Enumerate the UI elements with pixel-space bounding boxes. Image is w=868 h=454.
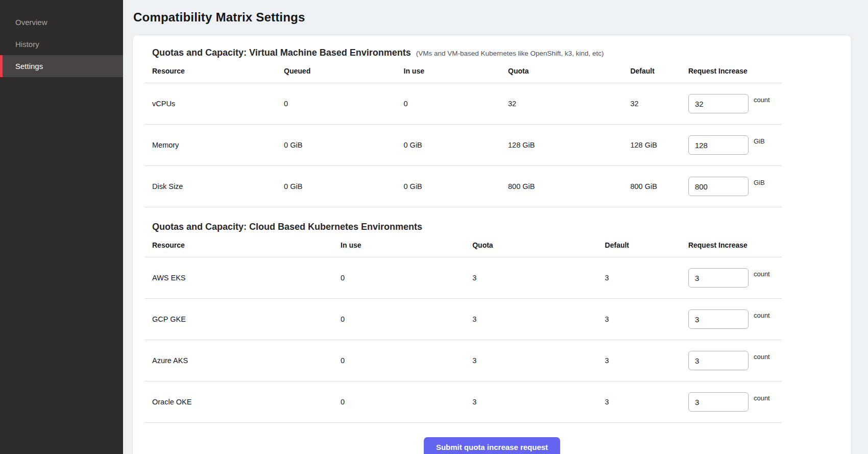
cell-in-use: 0 GiB	[402, 125, 507, 166]
column-header-request-increase: Request Increase	[686, 232, 782, 257]
azure-aks-request-input[interactable]	[688, 351, 749, 370]
cell-request-increase: count	[686, 340, 782, 381]
cloud-quota-table: Resource In use Quota Default Request In…	[145, 232, 782, 423]
submit-quota-increase-button[interactable]: Submit quota increase request	[424, 437, 560, 454]
cloud-header-row: Resource In use Quota Default Request In…	[145, 232, 782, 257]
cloud-section-header: Quotas and Capacity: Cloud Based Kuberne…	[145, 222, 839, 232]
sidebar-nav: Overview History Settings	[0, 11, 123, 77]
unit-label: count	[754, 270, 770, 278]
vm-header-row: Resource Queued In use Quota Default Req…	[145, 58, 782, 83]
cell-in-use: 0	[339, 257, 470, 299]
cell-request-increase: count	[686, 257, 782, 299]
cell-in-use: 0	[339, 381, 470, 423]
column-header-in-use: In use	[402, 58, 507, 83]
cell-quota: 800 GiB	[506, 166, 628, 207]
unit-label: GiB	[754, 137, 765, 145]
table-row-gcp-gke: GCP GKE 0 3 3 count	[145, 299, 782, 340]
resource-name: Azure AKS	[145, 340, 339, 381]
column-header-default: Default	[628, 58, 686, 83]
cell-request-increase: count	[686, 381, 782, 423]
unit-label: count	[754, 394, 770, 402]
resource-name: GCP GKE	[145, 299, 339, 340]
cell-quota: 3	[470, 257, 602, 299]
cloud-section-title: Quotas and Capacity: Cloud Based Kuberne…	[152, 222, 422, 232]
cell-queued: 0 GiB	[282, 125, 401, 166]
table-row-disk-size: Disk Size 0 GiB 0 GiB 800 GiB 800 GiB Gi…	[145, 166, 782, 207]
table-row-memory: Memory 0 GiB 0 GiB 128 GiB 128 GiB GiB	[145, 125, 782, 166]
cell-in-use: 0	[339, 299, 470, 340]
unit-label: count	[754, 312, 770, 319]
cell-queued: 0	[282, 83, 401, 125]
request-input-group: count	[688, 351, 780, 370]
vm-table-wrap: Resource Queued In use Quota Default Req…	[145, 58, 839, 207]
cell-default: 3	[603, 340, 686, 381]
gcp-gke-request-input[interactable]	[688, 309, 749, 329]
cell-quota: 128 GiB	[506, 125, 628, 166]
unit-label: GiB	[754, 179, 765, 186]
cell-quota: 3	[470, 299, 602, 340]
memory-request-input[interactable]	[688, 135, 749, 155]
sidebar-item-settings[interactable]: Settings	[0, 55, 123, 77]
request-input-group: count	[688, 392, 780, 412]
submit-button-row: Submit quota increase request	[145, 437, 839, 454]
vm-section-header: Quotas and Capacity: Virtual Machine Bas…	[145, 47, 839, 58]
cell-queued: 0 GiB	[282, 166, 401, 207]
column-header-queued: Queued	[282, 58, 401, 83]
main-content: Compatibility Matrix Settings Quotas and…	[123, 0, 868, 454]
vm-section-subtitle: (VMs and VM-based Kubernetes like OpenSh…	[416, 50, 604, 57]
column-header-quota: Quota	[470, 232, 602, 257]
unit-label: count	[754, 353, 770, 361]
resource-name: AWS EKS	[145, 257, 339, 299]
cell-request-increase: GiB	[686, 166, 782, 207]
table-row-aws-eks: AWS EKS 0 3 3 count	[145, 257, 782, 299]
cell-quota: 3	[470, 340, 602, 381]
request-input-group: GiB	[688, 135, 780, 155]
cell-default: 800 GiB	[628, 166, 686, 207]
cell-in-use: 0 GiB	[402, 166, 507, 207]
column-header-default: Default	[603, 232, 686, 257]
table-row-oracle-oke: Oracle OKE 0 3 3 count	[145, 381, 782, 423]
resource-name: Disk Size	[145, 166, 282, 207]
cell-in-use: 0	[339, 340, 470, 381]
vcpus-request-input[interactable]	[688, 94, 749, 113]
vm-quota-table: Resource Queued In use Quota Default Req…	[145, 58, 782, 207]
cell-default: 3	[603, 257, 686, 299]
resource-name: Memory	[145, 125, 282, 166]
cell-quota: 3	[470, 381, 602, 423]
cell-default: 3	[603, 381, 686, 423]
request-input-group: GiB	[688, 177, 780, 196]
table-row-azure-aks: Azure AKS 0 3 3 count	[145, 340, 782, 381]
request-input-group: count	[688, 309, 780, 329]
cell-default: 3	[603, 299, 686, 340]
sidebar: Overview History Settings	[0, 0, 123, 454]
disk-size-request-input[interactable]	[688, 177, 749, 196]
page-title: Compatibility Matrix Settings	[133, 10, 852, 25]
app-root: Overview History Settings Compatibility …	[0, 0, 868, 454]
column-header-request-increase: Request Increase	[686, 58, 782, 83]
sidebar-item-overview[interactable]: Overview	[0, 11, 123, 33]
column-header-in-use: In use	[339, 232, 470, 257]
sidebar-item-history[interactable]: History	[0, 33, 123, 55]
resource-name: Oracle OKE	[145, 381, 339, 423]
cloud-table-wrap: Resource In use Quota Default Request In…	[145, 232, 839, 423]
column-header-resource: Resource	[145, 58, 282, 83]
column-header-resource: Resource	[145, 232, 339, 257]
table-row-vcpus: vCPUs 0 0 32 32 count	[145, 83, 782, 125]
request-input-group: count	[688, 94, 780, 113]
cell-in-use: 0	[402, 83, 507, 125]
oracle-oke-request-input[interactable]	[688, 392, 749, 412]
cell-default: 128 GiB	[628, 125, 686, 166]
request-input-group: count	[688, 268, 780, 288]
cell-request-increase: count	[686, 299, 782, 340]
aws-eks-request-input[interactable]	[688, 268, 749, 288]
quota-settings-card: Quotas and Capacity: Virtual Machine Bas…	[132, 35, 852, 454]
cell-default: 32	[628, 83, 686, 125]
unit-label: count	[754, 96, 770, 104]
resource-name: vCPUs	[145, 83, 282, 125]
cell-quota: 32	[506, 83, 628, 125]
cell-request-increase: count	[686, 83, 782, 125]
vm-section-title: Quotas and Capacity: Virtual Machine Bas…	[152, 47, 411, 58]
column-header-quota: Quota	[506, 58, 628, 83]
cell-request-increase: GiB	[686, 125, 782, 166]
